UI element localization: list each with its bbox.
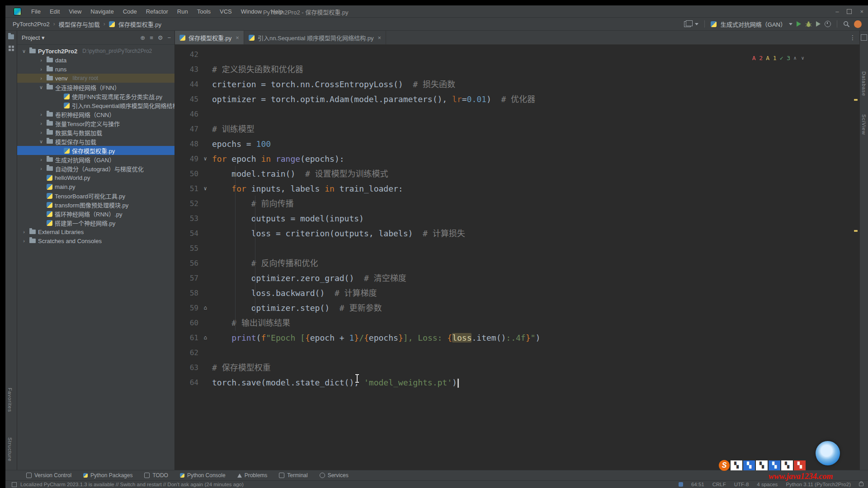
tree-item[interactable]: ›venvlibrary root	[17, 74, 175, 83]
tree-item[interactable]: ›runs	[17, 65, 175, 74]
breadcrumb-item[interactable]: 模型保存与加载	[59, 20, 100, 28]
inspection-indicator[interactable]: ✓ 3	[780, 55, 790, 61]
mark-gutter-icon[interactable]: ⌂	[198, 300, 212, 315]
encoding[interactable]: UTF-8	[734, 482, 749, 487]
code-line[interactable]: 45optimizer = torch.optim.Adam(model.par…	[175, 92, 859, 107]
code-line[interactable]: 47# 训练模型	[175, 122, 859, 136]
run-button[interactable]	[797, 21, 801, 27]
interpreter[interactable]: Python 3.11 (PyTorch2Pro2)	[786, 482, 851, 487]
tree-item[interactable]: ›External Libraries	[17, 227, 175, 236]
stripe-item-database[interactable]: Database	[861, 71, 867, 96]
line-ending[interactable]: CRLF	[712, 482, 726, 487]
code-line[interactable]: 63# 保存模型权重	[175, 360, 859, 375]
tree-item[interactable]: ›Scratches and Consoles	[17, 236, 175, 245]
code-line[interactable]: 60 # 输出训练结果	[175, 315, 859, 330]
commit-tool-icon[interactable]	[9, 46, 14, 51]
status-message[interactable]: Localized PyCharm 2023.1.3 is available …	[20, 482, 244, 487]
settings-icon[interactable]: ⚙	[158, 34, 163, 41]
toolwindow-python-packages[interactable]: Python Packages	[83, 472, 132, 479]
code-line[interactable]: 62	[175, 345, 859, 360]
tree-item[interactable]: ∨全连接神经网络（FNN）	[17, 83, 175, 92]
inspections-widget[interactable]: A 2A 1✓ 3∧ ∨	[752, 55, 805, 61]
tree-item[interactable]: ›张量Tensor的定义与操作	[17, 119, 175, 128]
avatar[interactable]	[854, 20, 862, 28]
search-everywhere-icon[interactable]	[843, 21, 850, 28]
menu-code[interactable]: Code	[119, 7, 141, 16]
menu-window[interactable]: Window	[237, 7, 265, 16]
error-stripe-mark[interactable]	[854, 230, 858, 232]
tree-item[interactable]: 使用FNN实现鸢尾花多分类实战.py	[17, 92, 175, 101]
run-configuration-select[interactable]: 生成式对抗网络（GAN）	[721, 20, 793, 28]
toolwindow-todo[interactable]: TODO	[144, 472, 168, 479]
code-line[interactable]: 61⌂ print(f"Epoch [{epoch + 1}/{epochs}]…	[175, 330, 859, 345]
menu-edit[interactable]: Edit	[46, 7, 63, 16]
breadcrumb-item[interactable]: 保存模型权重.py	[118, 20, 161, 28]
tree-item[interactable]: 引入nn.Sequential顺序模型简化网络结构.py	[17, 101, 175, 110]
mark-gutter-icon[interactable]: ⌂	[198, 330, 212, 345]
tree-chevron-icon[interactable]: ›	[38, 57, 44, 63]
tree-chevron-icon[interactable]: ›	[38, 166, 44, 171]
code-line[interactable]: 58 loss.backward() # 计算梯度	[175, 286, 859, 300]
stripe-item-structure[interactable]: Structure	[7, 437, 13, 462]
locate-icon[interactable]: ⊕	[140, 34, 145, 41]
tree-item[interactable]: ∨PyTorch2Pro2D:\python_pro\PyTorch2Pro2	[17, 47, 175, 56]
tree-chevron-icon[interactable]: ›	[38, 75, 44, 81]
tree-item[interactable]: main.py	[17, 182, 175, 191]
fold-gutter-icon[interactable]: ∨	[198, 181, 212, 196]
code-line[interactable]: 57 optimizer.zero_grad() # 清空梯度	[175, 271, 859, 286]
tree-chevron-icon[interactable]: ∨	[38, 84, 44, 90]
menu-tools[interactable]: Tools	[193, 7, 214, 16]
debug-button[interactable]	[805, 21, 812, 28]
lock-icon[interactable]	[859, 483, 863, 486]
tree-chevron-icon[interactable]: ›	[21, 229, 27, 235]
minimize-button[interactable]: –	[835, 9, 839, 14]
tree-chevron-icon[interactable]: ∨	[21, 48, 27, 54]
error-stripe-mark[interactable]	[854, 99, 858, 101]
tree-chevron-icon[interactable]: ›	[38, 112, 44, 117]
tree-item[interactable]: transform图像预处理模块.py	[17, 200, 175, 209]
close-button[interactable]: ×	[860, 9, 863, 14]
toolwindow-python-console[interactable]: Python Console	[180, 472, 226, 479]
code-line[interactable]: 53 outputs = model(inputs)	[175, 211, 859, 226]
code-line[interactable]: 51∨ for inputs, labels in train_loader:	[175, 181, 859, 196]
code-line[interactable]: 48epochs = 100	[175, 136, 859, 151]
tree-item[interactable]: ›data	[17, 56, 175, 65]
code-line[interactable]: 43# 定义损失函数和优化器	[175, 62, 859, 77]
code-line[interactable]: 49∨for epoch in range(epochs):	[175, 151, 859, 166]
event-log-icon[interactable]	[12, 482, 17, 487]
code-line[interactable]: 44criterion = torch.nn.CrossEntropyLoss(…	[175, 77, 859, 92]
collapse-all-icon[interactable]: ≡	[150, 34, 153, 41]
code-line[interactable]: 55	[175, 241, 859, 256]
tree-item[interactable]: ›自动微分（Autograd）与梯度优化	[17, 164, 175, 173]
tree-chevron-icon[interactable]: ›	[38, 121, 44, 126]
project-panel-header[interactable]: Project ▾ ⊕≡⚙−	[17, 31, 175, 45]
caret-position[interactable]: 64:51	[691, 482, 704, 487]
inspection-indicator[interactable]: A 2	[752, 55, 763, 61]
fold-gutter-icon[interactable]: ∨	[198, 151, 212, 166]
tree-chevron-icon[interactable]: ∨	[38, 139, 44, 145]
menu-vcs[interactable]: VCS	[216, 7, 236, 16]
code-line[interactable]: 59⌂ optimizer.step() # 更新参数	[175, 300, 859, 315]
code-line[interactable]: 56 # 反向传播和优化	[175, 256, 859, 271]
code-editor[interactable]: A 2A 1✓ 3∧ ∨ 4243# 定义损失函数和优化器44criterion…	[175, 45, 859, 470]
inspection-nav-arrows[interactable]: ∧ ∨	[793, 55, 805, 61]
code-line[interactable]: 46	[175, 107, 859, 122]
project-tool-icon[interactable]	[8, 34, 14, 39]
tree-item[interactable]: TensorBoard可视化工具.py	[17, 191, 175, 200]
tree-item[interactable]: ›卷积神经网络（CNN）	[17, 110, 175, 119]
tree-item[interactable]: ›数据集与数据加载	[17, 128, 175, 137]
editor-tab[interactable]: 引入nn.Sequential 顺序模型简化网络结构.py×	[244, 31, 386, 44]
run-with-coverage-button[interactable]	[816, 21, 821, 27]
toolwindow-problems[interactable]: Problems	[237, 472, 268, 479]
toolwindow-version-control[interactable]: Version Control	[26, 472, 71, 479]
inspection-indicator[interactable]: A 1	[766, 55, 776, 61]
menu-run[interactable]: Run	[174, 7, 192, 16]
tree-item[interactable]: 循环神经网络（RNN）.py	[17, 209, 175, 218]
menu-view[interactable]: View	[65, 7, 85, 16]
maximize-button[interactable]	[847, 9, 852, 14]
tree-item[interactable]: ›生成对抗网络（GAN）	[17, 155, 175, 164]
breadcrumb-item[interactable]: PyTorch2Pro2	[13, 21, 50, 28]
close-icon[interactable]: ×	[236, 34, 239, 41]
tree-chevron-icon[interactable]: ›	[38, 157, 44, 162]
profiler-button[interactable]	[825, 21, 831, 27]
